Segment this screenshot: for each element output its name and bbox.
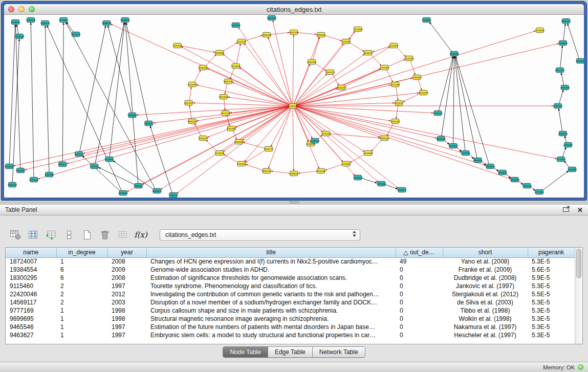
tab-edge-table[interactable]: Edge Table bbox=[268, 347, 312, 357]
network-node[interactable]: 12745021 bbox=[341, 39, 351, 44]
table-cell[interactable]: Estimation of significance thresholds fo… bbox=[146, 274, 396, 282]
table-cell[interactable]: 2012 bbox=[107, 290, 146, 298]
network-edge[interactable] bbox=[125, 23, 138, 183]
network-node[interactable]: 18244061 bbox=[198, 65, 208, 70]
table-cell[interactable]: 9115460 bbox=[6, 282, 56, 290]
network-edge[interactable] bbox=[396, 105, 398, 118]
table-cell[interactable]: 2003 bbox=[107, 298, 146, 307]
table-row[interactable]: 1456911722003Disruption of a novel membe… bbox=[6, 298, 575, 307]
table-row[interactable]: 1830029562008Estimation of significance … bbox=[6, 274, 575, 282]
network-edge[interactable] bbox=[194, 70, 200, 83]
network-edge[interactable] bbox=[245, 107, 291, 162]
network-node[interactable]: 17913905 bbox=[226, 126, 236, 131]
table-row[interactable]: 946554611997Estimation of the future num… bbox=[6, 323, 575, 331]
scrollbar-thumb[interactable] bbox=[576, 249, 581, 278]
network-node[interactable]: 12564894 bbox=[234, 139, 244, 144]
network-node[interactable]: 17470954 bbox=[380, 65, 389, 70]
table-cell[interactable]: 2 bbox=[56, 282, 107, 290]
network-edge[interactable] bbox=[236, 44, 240, 63]
network-node[interactable]: 18301925 bbox=[74, 151, 84, 157]
network-node[interactable]: 16055109 bbox=[40, 20, 50, 26]
network-edge[interactable] bbox=[108, 26, 132, 113]
table-cell[interactable]: Nakamura et al. (1997) bbox=[443, 323, 528, 331]
table-cell[interactable]: 5.3E-5 bbox=[528, 257, 575, 266]
table-cell[interactable]: Yano et al. (2008) bbox=[443, 257, 528, 266]
new-document-icon[interactable] bbox=[80, 228, 94, 242]
table-cell[interactable]: 5.3E-5 bbox=[528, 282, 575, 290]
network-node[interactable]: 18957205 bbox=[262, 168, 272, 173]
network-node[interactable]: 16946055 bbox=[485, 164, 495, 169]
table-cell[interactable]: Estimation of the future numbers of pati… bbox=[146, 323, 396, 331]
table-row[interactable]: 2242004622012Investigating the contribut… bbox=[6, 290, 575, 298]
network-edge[interactable] bbox=[324, 35, 342, 40]
network-edge[interactable] bbox=[296, 107, 399, 188]
network-node[interactable]: 25799204 bbox=[11, 19, 20, 25]
network-node[interactable]: 16962096 bbox=[262, 32, 272, 37]
network-node[interactable]: 16679518 bbox=[448, 143, 458, 148]
network-edge[interactable] bbox=[386, 70, 393, 82]
network-edge[interactable] bbox=[385, 184, 398, 189]
network-edge[interactable] bbox=[224, 154, 238, 163]
table-cell[interactable]: 5.3E-5 bbox=[528, 298, 575, 307]
network-node[interactable]: 15313829 bbox=[219, 94, 228, 99]
network-edge[interactable] bbox=[245, 35, 263, 40]
table-selector-dropdown[interactable]: citations_edges.txt bbox=[160, 229, 360, 241]
network-edge[interactable] bbox=[568, 24, 579, 59]
network-edge[interactable] bbox=[396, 86, 398, 100]
table-cell[interactable]: 0 bbox=[396, 290, 443, 298]
table-row[interactable]: 1938455462009Genome-wide association stu… bbox=[6, 266, 575, 274]
network-node[interactable]: 16493805 bbox=[558, 131, 568, 136]
network-edge[interactable] bbox=[15, 25, 20, 168]
table-cell[interactable]: 1998 bbox=[107, 315, 146, 323]
table-cell[interactable]: Investigating the contribution of common… bbox=[146, 290, 396, 298]
table-cell[interactable]: 1997 bbox=[107, 282, 146, 290]
table-cell[interactable]: 0 bbox=[396, 307, 443, 315]
table-cell[interactable]: Dudbridge et al. (2008) bbox=[443, 274, 528, 282]
network-node[interactable]: 25260650 bbox=[127, 113, 137, 118]
minimize-window-icon[interactable] bbox=[18, 6, 25, 12]
network-node[interactable]: 16816705 bbox=[436, 136, 446, 141]
table-cell[interactable]: 1997 bbox=[107, 331, 146, 339]
network-node[interactable]: 14345618 bbox=[553, 103, 563, 108]
network-node[interactable]: 15124549 bbox=[353, 27, 363, 32]
network-node[interactable]: 16496516 bbox=[289, 171, 299, 176]
network-edge[interactable] bbox=[293, 35, 294, 103]
network-edge[interactable] bbox=[246, 165, 263, 170]
network-node[interactable]: 19154929 bbox=[419, 90, 428, 95]
table-cell[interactable]: 18724007 bbox=[6, 257, 56, 266]
network-edge[interactable] bbox=[565, 136, 567, 143]
table-cell[interactable]: Structural magnetic resonance image aver… bbox=[146, 315, 396, 323]
network-edge[interactable] bbox=[372, 140, 382, 151]
network-edge[interactable] bbox=[150, 126, 172, 193]
network-node[interactable]: 15184505 bbox=[310, 138, 320, 143]
table-cell[interactable]: Wolkin et al. (1998) bbox=[443, 315, 528, 323]
network-edge[interactable] bbox=[542, 171, 569, 190]
table-cell[interactable]: 0 bbox=[396, 315, 443, 323]
table-cell[interactable]: Tourette syndrome. Phenomenology and cla… bbox=[146, 282, 396, 290]
table-cell[interactable]: 1998 bbox=[107, 307, 146, 315]
network-edge[interactable] bbox=[349, 42, 364, 51]
table-settings-icon[interactable] bbox=[8, 228, 23, 242]
network-edge[interactable] bbox=[562, 147, 566, 157]
table-cell[interactable]: Changes of HCN gene expression and I(f) … bbox=[146, 257, 396, 266]
network-edge[interactable] bbox=[181, 46, 215, 52]
table-cell[interactable]: 5.6E-5 bbox=[528, 266, 575, 274]
network-node[interactable]: 18184706 bbox=[231, 23, 241, 28]
network-node[interactable]: 18724001 bbox=[59, 17, 69, 23]
network-edge[interactable] bbox=[296, 106, 556, 159]
network-edge[interactable] bbox=[564, 161, 570, 168]
network-node[interactable]: 19088379 bbox=[102, 20, 112, 26]
table-cell[interactable]: Corpus callosum shape and size in male p… bbox=[146, 307, 396, 315]
table-cell[interactable]: Genome-wide association studies in ADHD. bbox=[146, 266, 396, 274]
network-edge[interactable] bbox=[294, 37, 319, 104]
network-edge[interactable] bbox=[442, 56, 454, 136]
network-edge[interactable] bbox=[455, 56, 477, 158]
network-node[interactable]: 12808094 bbox=[214, 50, 224, 55]
table-cell[interactable]: 0 bbox=[396, 274, 443, 282]
network-edge[interactable] bbox=[350, 154, 365, 163]
table-cell[interactable]: 0 bbox=[396, 323, 443, 331]
column-header-name[interactable]: name bbox=[6, 248, 56, 257]
network-node[interactable]: 10253107 bbox=[8, 182, 17, 187]
network-node[interactable]: 15905134 bbox=[58, 162, 68, 167]
network-node[interactable]: 13954505 bbox=[563, 142, 573, 147]
